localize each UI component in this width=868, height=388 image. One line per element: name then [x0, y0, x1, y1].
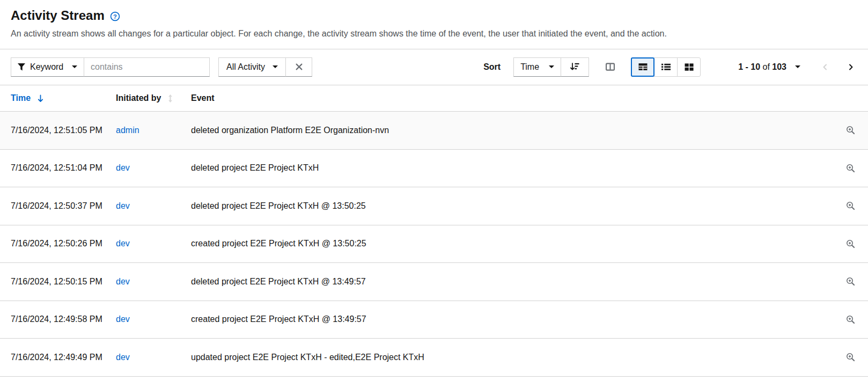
activity-table: Time Initiated by Event 7/16/2024, 12:51…: [0, 85, 868, 377]
search-plus-icon: [846, 277, 855, 286]
chevron-left-icon: [821, 63, 829, 71]
table-row: 7/16/2024, 12:50:26 PM dev created proje…: [0, 225, 868, 263]
search-input[interactable]: [84, 57, 210, 77]
sort-direction-button[interactable]: [561, 57, 589, 77]
event-time: 7/16/2024, 12:50:15 PM: [11, 277, 116, 287]
sort-field-label: Time: [520, 62, 539, 72]
view-event-details-button[interactable]: [844, 275, 857, 288]
columns-icon: [606, 62, 615, 71]
activity-type-dropdown[interactable]: All Activity: [218, 57, 285, 77]
sort-label: Sort: [483, 62, 501, 72]
event-time: 7/16/2024, 12:50:26 PM: [11, 239, 116, 248]
view-event-details-button[interactable]: [844, 162, 857, 175]
event-time: 7/16/2024, 12:50:37 PM: [11, 201, 116, 211]
search-plus-icon: [846, 201, 855, 210]
initiated-by-link[interactable]: dev: [116, 239, 191, 248]
help-button[interactable]: ?: [110, 11, 120, 21]
event-description: deleted organization Platform E2E Organi…: [191, 126, 836, 135]
initiated-by-link[interactable]: dev: [116, 277, 191, 287]
card-view-icon: [685, 62, 694, 71]
column-header-initiated-by[interactable]: Initiated by: [116, 93, 191, 103]
previous-page-button[interactable]: [819, 61, 832, 74]
sort-field-dropdown[interactable]: Time: [513, 57, 561, 77]
times-icon: [296, 63, 303, 70]
sort-descending-arrow-icon: [38, 94, 43, 103]
initiated-by-link[interactable]: admin: [116, 126, 191, 135]
table-view-icon: [638, 62, 648, 71]
event-time: 7/16/2024, 12:51:04 PM: [11, 163, 116, 173]
event-description: updated project E2E Project KTxH - edite…: [191, 353, 836, 362]
table-row: 7/16/2024, 12:50:37 PM dev deleted proje…: [0, 187, 868, 225]
event-description: created project E2E Project KTxH @ 13:50…: [191, 239, 836, 248]
search-plus-icon: [846, 353, 855, 362]
sort-amount-down-icon: [570, 63, 579, 71]
table-row: 7/16/2024, 12:51:05 PM admin deleted org…: [0, 112, 868, 150]
view-event-details-button[interactable]: [844, 123, 857, 137]
column-header-event: Event: [191, 93, 836, 103]
svg-text:?: ?: [113, 13, 117, 19]
sort-group: Time: [513, 57, 589, 77]
search-plus-icon: [846, 164, 855, 173]
initiated-by-link[interactable]: dev: [116, 353, 191, 362]
filter-icon: [18, 63, 25, 71]
per-page-dropdown[interactable]: [791, 65, 805, 68]
toolbar: Keyword All Activity Sort Time: [0, 49, 868, 85]
card-view-button[interactable]: [677, 57, 701, 77]
event-description: deleted project E2E Project KTxH: [191, 163, 836, 173]
initiated-by-link[interactable]: dev: [116, 163, 191, 173]
table-body: 7/16/2024, 12:51:05 PM admin deleted org…: [0, 112, 868, 377]
filter-attribute-dropdown[interactable]: Keyword: [11, 57, 84, 77]
event-description: deleted project E2E Project KTxH @ 13:49…: [191, 277, 836, 287]
list-view-icon: [661, 62, 671, 71]
clear-filter-button[interactable]: [285, 57, 312, 77]
event-time: 7/16/2024, 12:51:05 PM: [11, 126, 116, 135]
view-event-details-button[interactable]: [844, 313, 857, 326]
filter-group: Keyword: [11, 57, 210, 77]
event-time: 7/16/2024, 12:49:58 PM: [11, 314, 116, 324]
page-description: An activity stream shows all changes for…: [11, 28, 857, 39]
table-header-row: Time Initiated by Event: [0, 85, 868, 112]
question-circle-icon: ?: [110, 11, 120, 21]
manage-columns-button[interactable]: [598, 57, 622, 77]
pagination-range-label: 1 - 10 of 103: [738, 62, 786, 72]
view-mode-toggle-group: [631, 57, 701, 77]
next-page-button[interactable]: [844, 61, 857, 74]
view-event-details-button[interactable]: [844, 199, 857, 213]
search-plus-icon: [846, 239, 855, 248]
view-event-details-button[interactable]: [844, 237, 857, 251]
table-row: 7/16/2024, 12:49:49 PM dev updated proje…: [0, 339, 868, 377]
table-view-button[interactable]: [631, 57, 654, 77]
activity-type-label: All Activity: [226, 62, 265, 72]
search-plus-icon: [846, 315, 855, 324]
table-row: 7/16/2024, 12:51:04 PM dev deleted proje…: [0, 150, 868, 188]
search-plus-icon: [846, 126, 855, 135]
sortable-arrows-icon: [168, 94, 173, 103]
toolbar-right: Sort Time: [483, 57, 857, 77]
view-event-details-button[interactable]: [844, 350, 857, 364]
event-description: deleted project E2E Project KTxH @ 13:50…: [191, 201, 836, 211]
table-row: 7/16/2024, 12:49:58 PM dev created proje…: [0, 301, 868, 339]
chevron-down-icon: [795, 65, 800, 68]
event-time: 7/16/2024, 12:49:49 PM: [11, 353, 116, 362]
page-title: Activity Stream: [11, 8, 105, 24]
event-description: created project E2E Project KTxH @ 13:49…: [191, 314, 836, 324]
pagination: 1 - 10 of 103: [738, 61, 857, 74]
initiated-by-link[interactable]: dev: [116, 314, 191, 324]
filter-attribute-label: Keyword: [30, 62, 63, 72]
chevron-down-icon: [72, 65, 77, 68]
initiated-by-link[interactable]: dev: [116, 201, 191, 211]
page-header: Activity Stream ? An activity stream sho…: [0, 0, 868, 39]
chevron-right-icon: [847, 63, 855, 71]
column-header-time[interactable]: Time: [11, 93, 116, 103]
list-view-button[interactable]: [654, 57, 678, 77]
chevron-down-icon: [549, 65, 554, 68]
chevron-down-icon: [273, 65, 278, 68]
activity-filter-group: All Activity: [218, 57, 312, 77]
table-row: 7/16/2024, 12:50:15 PM dev deleted proje…: [0, 263, 868, 301]
